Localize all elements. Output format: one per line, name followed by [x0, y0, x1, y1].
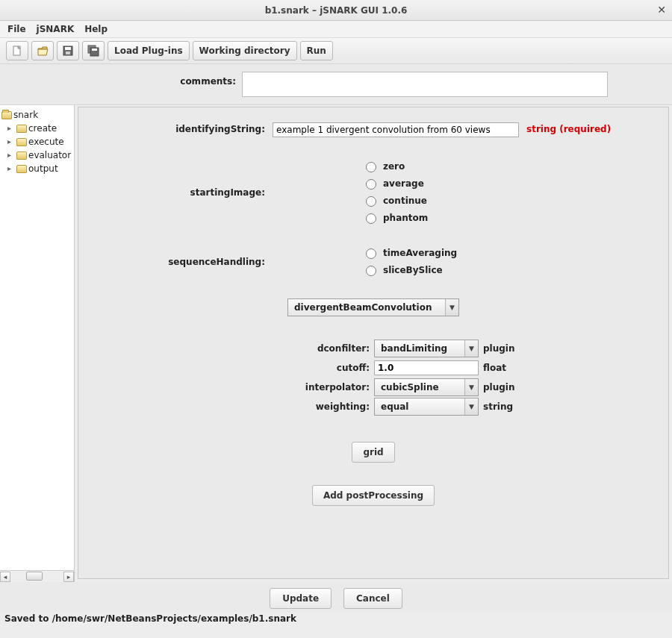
tree-panel: snark ▸ create ▸ execute ▸ evaluator ▸ o… [0, 105, 75, 582]
grid-button[interactable]: grid [352, 442, 394, 463]
cutoff-input[interactable] [374, 360, 479, 375]
row-cutoff: cutoff: float [295, 358, 646, 378]
radio-continue[interactable] [366, 196, 376, 207]
working-directory-button[interactable]: Working directory [193, 41, 297, 60]
expand-icon[interactable]: ▸ [7, 122, 15, 135]
algorithm-select[interactable]: divergentBeamConvolution ▼ [287, 298, 459, 316]
identifying-string-input[interactable] [273, 122, 519, 137]
tree-item-label: evaluator [28, 148, 71, 162]
radio-average[interactable] [366, 179, 376, 190]
form-panel: identifyingString: string (required) sta… [78, 107, 669, 579]
window-title: b1.snark – jSNARK GUI 1.0.6 [265, 5, 408, 16]
radio-label: timeAveraging [383, 248, 457, 258]
radio-label: continue [383, 196, 427, 206]
tree-root[interactable]: snark [1, 108, 72, 122]
tree-root-label: snark [13, 108, 38, 122]
chevron-down-icon: ▼ [464, 398, 478, 415]
add-postprocessing-row: Add postProcessing [101, 485, 646, 506]
svg-rect-6 [92, 49, 97, 51]
expand-icon[interactable]: ▸ [7, 148, 15, 162]
interpolator-value: cubicSpline [375, 382, 464, 393]
cutoff-label: cutoff: [295, 363, 370, 373]
interpolator-suffix: plugin [483, 382, 515, 393]
expand-icon[interactable]: ▸ [7, 162, 15, 175]
tree-item-evaluator[interactable]: ▸ evaluator [1, 148, 72, 162]
close-icon[interactable]: ✕ [657, 4, 666, 16]
row-dconfilter: dconfilter: bandLimiting ▼ plugin [295, 339, 646, 358]
title-bar: b1.snark – jSNARK GUI 1.0.6 ✕ [0, 0, 672, 21]
weighting-select[interactable]: equal ▼ [374, 398, 479, 416]
algorithm-value: divergentBeamConvolution [288, 302, 445, 313]
radio-zero[interactable] [366, 162, 376, 172]
tree-item-label: execute [28, 135, 64, 148]
weighting-suffix: string [483, 401, 513, 412]
starting-image-label: startingImage: [101, 186, 273, 198]
tree-item-execute[interactable]: ▸ execute [1, 135, 72, 148]
horizontal-scrollbar[interactable]: ◂ ▸ [0, 570, 74, 582]
radio-label: sliceBySlice [383, 265, 443, 275]
radio-phantom[interactable] [366, 213, 376, 224]
menubar: File jSNARK Help [0, 21, 672, 38]
dconfilter-suffix: plugin [483, 343, 515, 354]
chevron-down-icon: ▼ [464, 340, 478, 357]
radio-time-averaging[interactable] [366, 248, 376, 259]
toolbar: Load Plug-ins Working directory Run [0, 38, 672, 64]
expand-icon[interactable]: ▸ [7, 135, 15, 148]
comments-label: comments: [64, 76, 236, 87]
add-postprocessing-button[interactable]: Add postProcessing [312, 485, 435, 506]
cutoff-suffix: float [483, 363, 506, 373]
folder-icon [1, 111, 12, 119]
tree-item-label: create [28, 122, 57, 135]
grid-row: grid [101, 442, 646, 463]
radio-slice-by-slice[interactable] [366, 266, 376, 276]
update-button[interactable]: Update [270, 588, 332, 609]
starting-image-group: zero average continue phantom [273, 160, 428, 224]
scroll-left-icon[interactable]: ◂ [0, 572, 10, 582]
dconfilter-label: dconfilter: [295, 343, 370, 354]
load-plugins-button[interactable]: Load Plug-ins [108, 41, 190, 60]
cancel-button[interactable]: Cancel [343, 588, 402, 609]
svg-rect-3 [66, 51, 70, 54]
starting-image-option-average[interactable]: average [362, 177, 428, 190]
save-all-icon[interactable] [82, 41, 105, 60]
radio-label: zero [383, 161, 405, 172]
sequence-option-slice-by-slice[interactable]: sliceBySlice [362, 263, 457, 276]
sequence-option-time-averaging[interactable]: timeAveraging [362, 246, 457, 259]
scrollbar-thumb[interactable] [26, 572, 42, 581]
tree-item-label: output [28, 162, 58, 175]
tree: snark ▸ create ▸ execute ▸ evaluator ▸ o… [0, 105, 74, 570]
folder-icon [16, 165, 27, 173]
folder-icon [16, 138, 27, 146]
radio-label: average [383, 178, 424, 189]
menu-file[interactable]: File [7, 24, 26, 34]
dconfilter-select[interactable]: bandLimiting ▼ [374, 340, 479, 357]
tree-item-output[interactable]: ▸ output [1, 162, 72, 175]
row-weighting: weighting: equal ▼ string [295, 397, 646, 416]
tree-item-create[interactable]: ▸ create [1, 122, 72, 135]
row-sequence-handling: sequenceHandling: timeAveraging sliceByS… [101, 246, 646, 276]
comments-input[interactable] [242, 72, 608, 97]
chevron-down-icon: ▼ [464, 379, 478, 395]
scrollbar-track[interactable] [10, 572, 63, 582]
algorithm-row: divergentBeamConvolution ▼ [101, 298, 646, 316]
open-file-icon[interactable] [31, 41, 54, 60]
starting-image-option-phantom[interactable]: phantom [362, 211, 428, 224]
menu-help[interactable]: Help [84, 24, 108, 34]
menu-jsnark[interactable]: jSNARK [37, 24, 75, 34]
save-icon[interactable] [57, 41, 79, 60]
row-identifying-string: identifyingString: string (required) [101, 122, 646, 137]
starting-image-option-continue[interactable]: continue [362, 194, 428, 207]
interpolator-select[interactable]: cubicSpline ▼ [374, 378, 479, 396]
chevron-down-icon: ▼ [445, 299, 458, 316]
folder-icon [16, 151, 27, 160]
sequence-handling-group: timeAveraging sliceBySlice [273, 246, 457, 276]
identifying-string-hint: string (required) [526, 122, 611, 134]
run-button[interactable]: Run [300, 41, 333, 60]
new-file-icon[interactable] [6, 41, 28, 60]
starting-image-option-zero[interactable]: zero [362, 160, 428, 172]
weighting-label: weighting: [295, 401, 370, 412]
sequence-handling-label: sequenceHandling: [101, 255, 273, 267]
scroll-right-icon[interactable]: ▸ [63, 572, 74, 582]
row-interpolator: interpolator: cubicSpline ▼ plugin [295, 378, 646, 397]
interpolator-label: interpolator: [295, 382, 370, 393]
